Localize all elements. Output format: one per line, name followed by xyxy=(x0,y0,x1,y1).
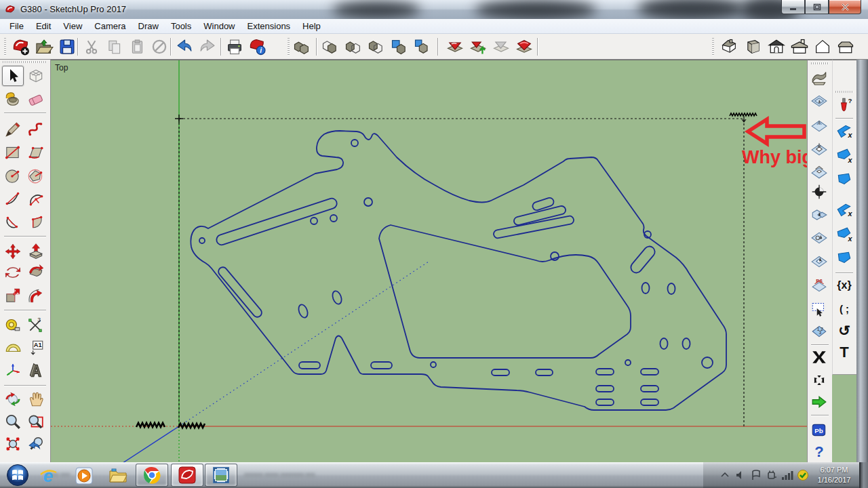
ruby-text-button[interactable]: T xyxy=(834,342,854,363)
tool-text[interactable]: A1 xyxy=(25,338,47,358)
view-back-button[interactable] xyxy=(812,37,833,57)
save-button[interactable] xyxy=(57,37,77,57)
view-top-button[interactable] xyxy=(743,37,764,57)
menu-file[interactable]: File xyxy=(3,20,30,33)
new-button[interactable] xyxy=(11,37,31,57)
tool-rectangle[interactable] xyxy=(2,142,24,163)
power-icon[interactable] xyxy=(764,468,779,482)
restore-button[interactable] xyxy=(805,0,829,14)
minimize-button[interactable] xyxy=(781,0,805,14)
internet-explorer-icon[interactable]: e xyxy=(38,466,58,486)
volume-icon[interactable] xyxy=(732,468,748,482)
view-left-button[interactable] xyxy=(835,37,856,57)
close-button[interactable] xyxy=(829,0,861,14)
converge-button[interactable] xyxy=(809,370,829,390)
solid-tool-b2-button[interactable]: x xyxy=(834,224,854,245)
hidden-icons-button[interactable] xyxy=(717,468,732,482)
image-viewer-taskbar-button[interactable] xyxy=(205,464,237,487)
sandbox-stamp-button[interactable] xyxy=(809,139,829,159)
help-button[interactable]: ? xyxy=(809,442,829,462)
center-of-mass-button[interactable] xyxy=(809,182,829,202)
ruby-braces-button[interactable]: {x} xyxy=(834,275,854,296)
open-button[interactable] xyxy=(34,37,54,57)
component-make-button[interactable] xyxy=(343,37,363,57)
sandbox-drape-button[interactable] xyxy=(809,161,829,182)
menu-draw[interactable]: Draw xyxy=(132,20,165,33)
toolbar-grip[interactable] xyxy=(811,62,829,64)
component-options-button[interactable] xyxy=(292,37,312,57)
menu-camera[interactable]: Camera xyxy=(88,20,132,33)
paste-button[interactable] xyxy=(127,37,148,57)
select-region-button[interactable] xyxy=(809,298,829,319)
tool-dimension[interactable]: 3 xyxy=(25,314,47,335)
tool-zoom-extents[interactable] xyxy=(2,434,24,454)
component-attributes-button[interactable] xyxy=(320,37,340,57)
tool-axes[interactable] xyxy=(2,361,24,381)
media-player-icon[interactable] xyxy=(74,466,94,486)
delete-x-button[interactable] xyxy=(809,347,829,367)
share-component-button[interactable] xyxy=(491,37,511,57)
tool-2-point-arc[interactable] xyxy=(25,188,47,209)
tool-offset[interactable] xyxy=(25,285,47,306)
title-bar[interactable]: G380 - SketchUp Pro 2017 xyxy=(0,0,868,19)
tool-push-pull[interactable] xyxy=(25,241,47,262)
solid-trim-button[interactable]: P6 xyxy=(809,275,829,296)
tool-rotate[interactable] xyxy=(2,262,24,283)
sandbox-from-contours-button[interactable] xyxy=(809,66,829,87)
tool-tape-measure[interactable] xyxy=(2,314,24,335)
menu-edit[interactable]: Edit xyxy=(30,20,57,33)
network-icon[interactable] xyxy=(779,468,795,482)
copy-button[interactable] xyxy=(104,37,125,57)
numbered-faces-button[interactable]: 123 xyxy=(809,321,829,342)
view-iso-button[interactable] xyxy=(719,37,739,57)
tool-arc[interactable] xyxy=(2,188,24,209)
tool-eraser[interactable] xyxy=(25,89,47,109)
cut-button[interactable] xyxy=(81,37,102,57)
undo-button[interactable] xyxy=(174,37,195,57)
redo-button[interactable] xyxy=(197,37,218,57)
tool-select[interactable] xyxy=(2,66,24,86)
ruby-paren-button[interactable]: ( ; xyxy=(834,298,854,319)
menu-window[interactable]: Window xyxy=(197,20,241,33)
toolbar-grip[interactable] xyxy=(835,91,853,93)
menu-tools[interactable]: Tools xyxy=(165,20,197,33)
tool-rotated-rectangle[interactable] xyxy=(25,142,47,163)
tool-circle[interactable] xyxy=(2,165,24,186)
tool-zoom-previous[interactable] xyxy=(25,434,47,454)
extension-warehouse-button[interactable] xyxy=(514,37,534,57)
palette-grip[interactable] xyxy=(3,61,47,63)
pb-plugin-button[interactable]: Pb xyxy=(809,420,829,441)
export-button[interactable] xyxy=(809,392,829,412)
chrome-taskbar-button[interactable] xyxy=(136,464,168,487)
tool-follow-me[interactable] xyxy=(25,262,47,283)
tool-line[interactable] xyxy=(2,119,24,140)
solid-tool-a2-button[interactable]: x xyxy=(834,146,854,166)
sketchup-taskbar-button[interactable] xyxy=(171,464,203,487)
action-center-icon[interactable] xyxy=(748,468,764,482)
tool-scale[interactable] xyxy=(2,285,24,306)
sandbox-from-scratch-button[interactable] xyxy=(809,91,829,111)
tool-protractor[interactable] xyxy=(2,338,24,358)
solid-union-button[interactable] xyxy=(809,228,829,248)
solid-tool-b1-button[interactable]: x xyxy=(834,201,854,221)
pushpin-help-button[interactable]: ? xyxy=(834,95,854,115)
menu-view[interactable]: View xyxy=(57,20,88,33)
share-model-button[interactable] xyxy=(468,37,488,57)
model-info-button[interactable]: i xyxy=(248,37,268,57)
tool-polygon[interactable] xyxy=(25,165,47,186)
sandbox-smoove-button[interactable] xyxy=(809,115,829,136)
tool-3d-text[interactable] xyxy=(25,361,47,381)
solid-outer-shell-button[interactable] xyxy=(809,205,829,225)
solid-tool-b3-button[interactable] xyxy=(834,248,854,268)
component-edit-button[interactable] xyxy=(366,37,387,57)
tool-freehand[interactable] xyxy=(25,119,47,140)
view-right-button[interactable] xyxy=(789,37,810,57)
view-front-button[interactable] xyxy=(766,37,787,57)
menu-help[interactable]: Help xyxy=(296,20,327,33)
toolbar-grip[interactable] xyxy=(4,38,6,56)
drawing-canvas[interactable]: Top xyxy=(51,60,807,462)
tool-make-component[interactable] xyxy=(25,66,47,86)
ruby-undo-button[interactable]: ↺ xyxy=(834,321,854,341)
solid-tool-a1-button[interactable]: x xyxy=(834,122,854,142)
tool-pie[interactable] xyxy=(25,211,47,232)
